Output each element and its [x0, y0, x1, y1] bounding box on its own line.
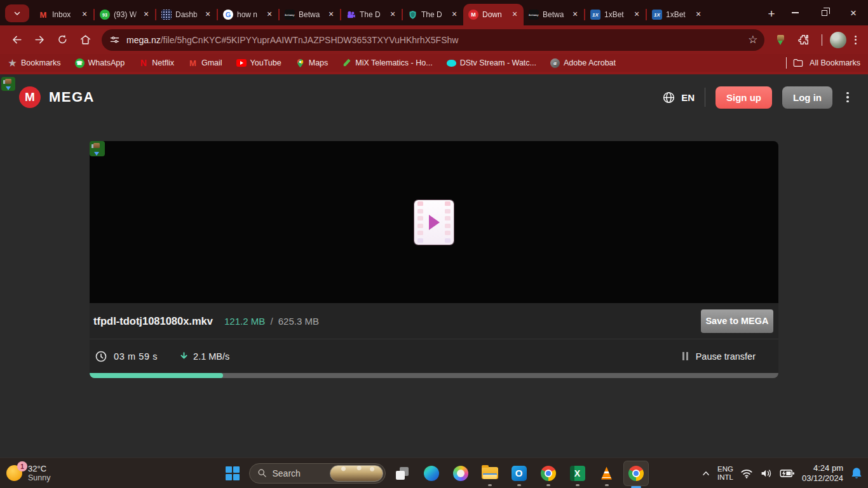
bookmark-item[interactable]: DStv Stream - Watc...	[447, 58, 536, 68]
betway-icon: betway	[529, 10, 539, 20]
browser-tab[interactable]: 1X1xBet×	[585, 4, 646, 25]
gmail-icon: M	[38, 10, 48, 20]
language-indicator[interactable]: ENGINTL	[717, 465, 733, 482]
browser-tab[interactable]: The D×	[341, 4, 402, 25]
bookmark-item[interactable]: NNetflix	[139, 58, 174, 68]
browser-tab[interactable]: betwayBetwa×	[524, 4, 584, 25]
whatsapp-icon: ☎	[75, 58, 85, 68]
bookmark-item[interactable]: aAdobe Acrobat	[550, 58, 616, 68]
taskbar-app-chrome-active[interactable]	[623, 461, 649, 486]
progress-bar	[90, 373, 778, 378]
new-tab-button[interactable]: +	[763, 5, 780, 23]
tab-title: Betwa	[543, 10, 570, 19]
tab-close-icon[interactable]: ×	[449, 10, 459, 20]
tab-close-icon[interactable]: ×	[326, 10, 336, 20]
tab-close-icon[interactable]: ×	[203, 10, 213, 20]
taskbar-app-excel[interactable]: X	[565, 459, 590, 488]
back-button[interactable]	[6, 30, 27, 50]
language-selector[interactable]: EN	[662, 91, 695, 104]
search-daily-image[interactable]	[330, 465, 383, 482]
play-button[interactable]	[414, 200, 454, 245]
home-button[interactable]	[75, 30, 95, 50]
minimize-button[interactable]	[780, 0, 810, 25]
file-name: tfpdl-tdotj1081080x.mkv	[93, 315, 213, 327]
bookmark-item[interactable]: YouTube	[236, 58, 281, 67]
start-button[interactable]	[220, 459, 245, 488]
taskbar-app-copilot[interactable]	[448, 459, 473, 488]
all-bookmarks[interactable]: All Bookmarks	[786, 57, 860, 69]
mega-menu-button[interactable]	[846, 92, 849, 103]
extensions-button[interactable]	[794, 30, 814, 50]
forward-button[interactable]	[29, 30, 50, 50]
pause-transfer-button[interactable]: Pause transfer	[682, 351, 756, 362]
taskbar-app-vlc[interactable]	[594, 459, 620, 488]
idm-download-widget-icon[interactable]	[90, 141, 105, 156]
close-button[interactable]: ×	[839, 0, 868, 25]
maps-icon	[295, 58, 305, 68]
browser-tab-active[interactable]: MDown×	[463, 4, 524, 25]
browser-menu-button[interactable]	[854, 36, 857, 44]
idm-extension-button[interactable]	[771, 30, 791, 50]
time-remaining: 03 m 59 s	[114, 351, 158, 362]
browser-tab[interactable]: 1X1xBet×	[647, 4, 707, 25]
taskbar-app-edge[interactable]	[419, 459, 444, 488]
tab-close-icon[interactable]: ×	[141, 10, 151, 20]
weather-badge: 1	[17, 461, 27, 471]
bookmark-item[interactable]: ☎WhatsApp	[75, 58, 125, 68]
browser-tab[interactable]: betwayBetwa×	[280, 4, 340, 25]
browser-tab[interactable]: The D×	[403, 4, 463, 25]
taskbar-app-outlook[interactable]: O	[506, 459, 532, 488]
tray-chevron-icon[interactable]	[702, 470, 710, 477]
bookmark-star-icon[interactable]: ☆	[748, 33, 757, 46]
site-info-icon[interactable]	[109, 34, 120, 45]
profile-avatar[interactable]	[830, 32, 846, 48]
search-label: Search	[273, 468, 325, 478]
save-to-mega-button[interactable]: Save to MEGA	[701, 309, 773, 333]
taskbar-search[interactable]: Search	[249, 463, 386, 484]
taskbar-app-task-view[interactable]	[390, 459, 415, 488]
bookmark-label: Gmail	[201, 58, 222, 67]
battery-charging-icon[interactable]	[780, 468, 795, 479]
mega-logo[interactable]: M MEGA	[19, 86, 95, 108]
bookmark-item[interactable]: MGmail	[188, 58, 222, 68]
notification-bell-icon[interactable]	[850, 466, 863, 480]
idm-download-widget-icon[interactable]	[1, 77, 15, 91]
dashboard-icon	[161, 10, 172, 20]
video-preview[interactable]	[90, 141, 778, 303]
browser-tab[interactable]: Ghow n×	[218, 4, 278, 25]
tab-title: Dashb	[175, 10, 203, 19]
bookmark-label: YouTube	[250, 58, 281, 67]
url-text: mega.nz/file/5hgCnKYC#5KIPYYuprAAIWTnJAZ…	[126, 35, 743, 45]
bookmark-item[interactable]: MiX Telematics - Ho...	[342, 58, 432, 68]
taskbar-clock[interactable]: 4:24 pm 03/12/2024	[802, 463, 843, 483]
wifi-icon[interactable]	[740, 468, 753, 479]
browser-tab[interactable]: Dashb×	[156, 4, 217, 25]
tab-close-icon[interactable]: ×	[570, 10, 580, 20]
dstv-icon	[447, 58, 456, 68]
tab-close-icon[interactable]: ×	[632, 10, 642, 20]
volume-icon[interactable]	[760, 468, 773, 479]
taskbar-app-file-explorer[interactable]	[477, 459, 503, 488]
outlook-icon: O	[512, 466, 527, 481]
browser-titlebar: MInbox×93(93) W×Dashb×Ghow n×betwayBetwa…	[0, 0, 868, 25]
browser-tab[interactable]: 93(93) W×	[95, 4, 155, 25]
tab-overflow-chevron-icon[interactable]	[5, 4, 29, 22]
browser-tab[interactable]: MInbox×	[33, 4, 93, 25]
sun-icon: 1	[6, 465, 22, 481]
tab-close-icon[interactable]: ×	[79, 10, 90, 20]
bookmark-item[interactable]: ★Bookmarks	[8, 58, 61, 68]
reload-button[interactable]	[52, 30, 72, 50]
taskbar-app-chrome[interactable]	[536, 459, 561, 488]
tab-close-icon[interactable]: ×	[693, 10, 703, 20]
taskbar-center: Search OX	[220, 459, 649, 488]
tab-close-icon[interactable]: ×	[388, 10, 398, 20]
tab-close-icon[interactable]: ×	[510, 10, 520, 20]
signup-button[interactable]: Sign up	[715, 86, 772, 109]
address-bar[interactable]: mega.nz/file/5hgCnKYC#5KIPYYuprAAIWTnJAZ…	[102, 29, 764, 51]
weather-widget[interactable]: 1 32°C Sunny	[6, 464, 50, 483]
restore-button[interactable]	[810, 0, 839, 25]
minimize-icon	[792, 12, 799, 13]
tab-close-icon[interactable]: ×	[264, 10, 275, 20]
bookmark-item[interactable]: Maps	[295, 58, 329, 68]
login-button[interactable]: Log in	[782, 86, 832, 109]
